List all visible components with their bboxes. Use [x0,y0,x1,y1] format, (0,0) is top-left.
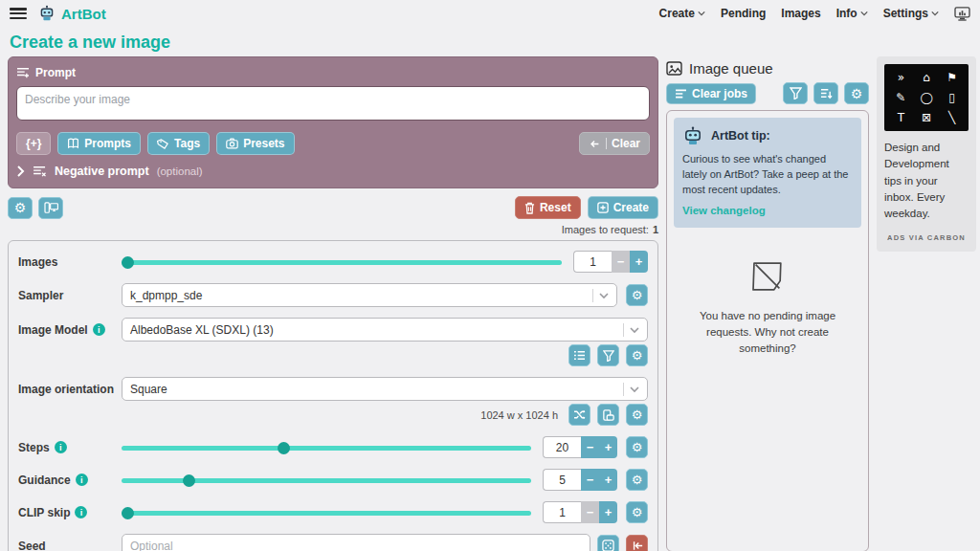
randomize-orientation-button[interactable] [568,404,590,426]
info-icon[interactable]: i [93,323,105,336]
artbot-robot-icon [682,126,703,145]
brand[interactable]: ArtBot [38,5,106,22]
chevron-down-icon [860,10,868,17]
system-monitor-icon[interactable] [954,7,970,21]
clip-skip-value-input[interactable]: 1 [543,501,581,523]
queue-settings-button[interactable]: ⚙ [844,82,869,104]
steps-value-input[interactable]: 20 [543,436,581,458]
image-model-select[interactable]: AlbedoBase XL (SDXL) (13) [122,318,648,342]
steps-slider[interactable] [122,442,531,453]
steps-minus-button[interactable]: − [581,436,599,458]
queue-empty-text: You have no pending image requests. Why … [681,308,854,358]
model-details-button[interactable] [568,344,590,366]
clear-prompt-button[interactable]: Clear [579,132,650,155]
clear-seed-button[interactable] [626,535,648,551]
insert-token-button[interactable]: {+} [16,132,51,155]
orientation-select[interactable]: Square [122,377,648,401]
image-queue-panel: Image queue Clear jobs ⚙ [666,56,869,551]
random-seed-button[interactable] [597,535,619,551]
list-icon [573,350,586,361]
sampler-select[interactable]: k_dpmpp_sde [122,283,617,307]
seed-input[interactable] [122,534,590,551]
menu-icon[interactable] [10,8,27,19]
negative-prompt-toggle[interactable]: Negative prompt (optional) [16,165,650,178]
gear-icon: ⚙ [632,473,643,487]
prompt-input[interactable] [16,86,650,121]
nav-info[interactable]: Info [836,7,868,20]
clip-skip-label: CLIP skipi [18,506,122,519]
nav-create[interactable]: Create [659,7,705,20]
queue-empty-state: You have no pending image requests. Why … [674,260,861,358]
sampler-settings-button[interactable]: ⚙ [626,284,648,306]
tags-button[interactable]: Tags [147,132,210,155]
image-icon [666,61,682,76]
images-row: Images 1 − + [18,251,648,273]
app-title: ArtBot [61,6,106,22]
images-to-request: Images to request:1 [8,224,658,235]
clip-skip-slider[interactable] [122,507,531,518]
orientation-buttons: 1024 w x 1024 h ⚙ [18,404,648,426]
chevron-down-icon [630,386,639,393]
queue-filter-button[interactable] [783,82,808,104]
reset-button[interactable]: Reset [515,196,581,219]
guidance-slider[interactable] [122,474,531,486]
tip-body: Curious to see what's changed lately on … [682,152,853,198]
artbot-tip-card: ArtBot tip: Curious to see what's change… [674,118,861,228]
images-minus-button[interactable]: − [612,251,630,273]
nav-images[interactable]: Images [781,7,820,20]
model-filter-button[interactable] [597,344,619,366]
info-icon[interactable]: i [75,506,87,518]
steps-row: Stepsi 20 − + ⚙ [18,436,648,458]
presets-button[interactable]: Presets [216,132,294,155]
top-bar: ArtBot Create Pending Images Info Settin… [0,0,980,27]
nav-settings[interactable]: Settings [883,7,939,20]
info-icon[interactable]: i [76,474,88,486]
lines-icon [675,89,687,99]
prompts-button[interactable]: Prompts [57,132,141,155]
create-button[interactable]: Create [588,196,658,219]
guidance-settings-button[interactable]: ⚙ [626,469,648,491]
guidance-plus-button[interactable]: + [599,469,617,491]
images-plus-button[interactable]: + [630,251,648,273]
tip-title: ArtBot tip: [711,129,770,143]
guidance-minus-button[interactable]: − [581,469,599,491]
images-slider[interactable] [122,256,562,268]
dice-icon [602,540,614,551]
view-changelog-link[interactable]: View changelog [682,205,766,216]
page-title: Create a new image [0,27,980,56]
ad-attribution[interactable]: ADS VIA CARBON [884,233,969,242]
queue-list-container: ArtBot tip: Curious to see what's change… [666,110,869,551]
ad-text[interactable]: Design and Development tips in your inbo… [884,140,969,222]
images-value-input[interactable]: 1 [573,251,612,273]
prompt-panel-title: Prompt [35,66,76,79]
funnel-icon [790,87,802,99]
arrow-bar-left-icon [632,540,643,551]
trash-icon [524,202,535,214]
orientation-settings-button[interactable]: ⚙ [626,404,648,426]
nav-pending[interactable]: Pending [721,7,766,20]
ad-card[interactable]: »⌂⚑ ✎◯▯ T⊠╲ Design and Development tips … [877,56,976,252]
steps-plus-button[interactable]: + [599,436,617,458]
queue-title-row: Image queue [666,56,869,82]
seed-label: Seed [18,540,122,551]
clear-jobs-button[interactable]: Clear jobs [666,83,756,104]
guidance-value-input[interactable]: 5 [543,469,581,491]
chevron-right-icon [16,165,25,177]
ad-image: »⌂⚑ ✎◯▯ T⊠╲ [884,64,969,131]
gear-icon: ⚙ [632,348,643,363]
image-model-label: Image Modeli [18,323,122,337]
clip-skip-minus-button[interactable]: − [581,501,599,523]
devices-button[interactable] [38,197,63,219]
main-nav: Create Pending Images Info Settings [659,7,970,21]
settings-gear-button[interactable]: ⚙ [8,197,33,219]
create-form-panel: Images 1 − + Sampler k_dpmpp_sde [8,240,658,551]
steps-settings-button[interactable]: ⚙ [626,436,648,458]
model-settings-button[interactable]: ⚙ [626,344,648,366]
chevron-down-icon [630,326,639,334]
clip-skip-plus-button[interactable]: + [599,501,617,523]
info-icon[interactable]: i [55,441,67,453]
swap-dimensions-button[interactable] [597,404,619,426]
seed-row: Seed [18,534,648,551]
queue-sort-button[interactable] [813,82,838,104]
clip-skip-settings-button[interactable]: ⚙ [626,501,648,523]
